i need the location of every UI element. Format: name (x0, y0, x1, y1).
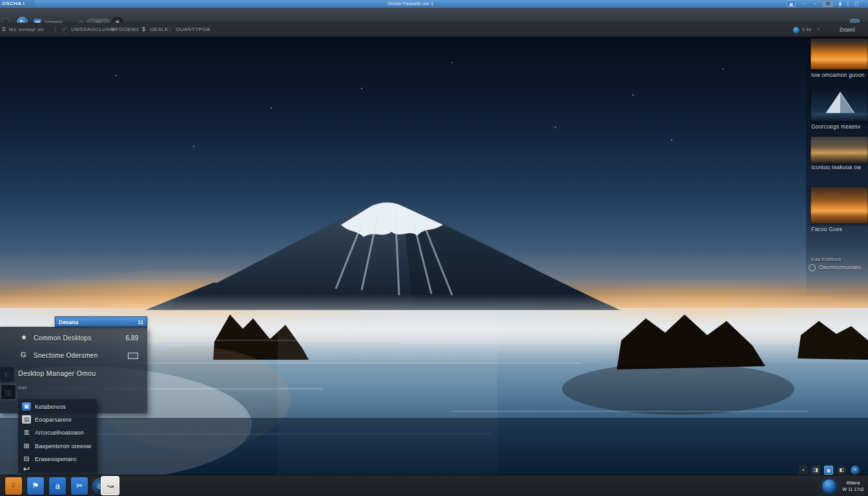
submenu-item[interactable]: ≣ Arcocuelnoatoaon (18, 427, 97, 439)
more-dots-icon[interactable]: ⁘ (800, 1, 807, 7)
signal-icon[interactable]: ⌁ (810, 1, 819, 7)
g-badge-icon: G (21, 351, 26, 358)
tray-app-icon[interactable]: ◨ (811, 466, 820, 475)
menu-item-label: Snectome Odersmen (34, 352, 98, 359)
return-arrow-icon: ↩ (22, 465, 31, 473)
checkbox-icon[interactable] (128, 353, 138, 359)
bookmark-dollar-icon[interactable]: $ (142, 26, 145, 32)
context-menu-item[interactable]: G Snectome Odersmen (0, 348, 147, 364)
window-title: OSCHA i (2, 1, 25, 6)
folder-icon: ▣ (22, 402, 31, 411)
desktop-screen: OSCHA i Gissbi Fassetti um 1 ▣ ⁘ ⌁ ▤ ▮ ❘… (0, 0, 868, 496)
submenu-item-label: Ketabereos (35, 404, 66, 410)
bookmark-s-icon[interactable]: S (2, 26, 6, 32)
menu-item-label: Det (18, 385, 26, 391)
bookmark-separator: | (54, 26, 56, 32)
menu-item-label: Common Desktops (34, 335, 92, 342)
wallpaper-thumbnail[interactable] (811, 136, 868, 163)
context-menu-item[interactable]: ★ Common Desktops 6.89 (0, 331, 147, 346)
taskbar-app-scissors[interactable]: ✂ (71, 477, 88, 495)
browser-toolbar: ↻ W Ictgpw 4+ ba ✳ ↑ (0, 8, 868, 23)
wallpaper-thumbnail[interactable] (811, 86, 868, 122)
battery-icon: ▮ (837, 1, 843, 7)
context-menu-item[interactable]: Desktop Manager Omou (0, 366, 147, 381)
submenu-item[interactable]: ▤ Eooparsarere (18, 414, 97, 426)
file-icon: ▤ (22, 415, 31, 424)
taskbar-app-cursor-active[interactable]: ↝ (101, 476, 119, 495)
star-icon: ★ (21, 333, 27, 342)
taskbar-clock[interactable]: 4Mana W 11 17o2 (840, 480, 867, 493)
clock-line1: 4Mana (840, 480, 867, 486)
submenu-item-label: Eraseoopenaro (35, 456, 76, 462)
context-menu-header[interactable]: Desana 11 (55, 316, 147, 327)
thumbnail-caption: Goorcoegs meassv (811, 123, 868, 130)
radio-icon[interactable] (809, 264, 816, 271)
bookmark-item[interactable]: MFGOEM1 (111, 26, 139, 32)
menu-item-shortcut: 6.89 (126, 335, 138, 342)
taskbar-app-document[interactable]: a (49, 477, 66, 495)
taskbar-app-flag[interactable]: ⚑ (27, 477, 44, 495)
submenu-item[interactable]: ⊞ Baepenteron oreeow (18, 440, 97, 453)
submenu-item-label: Arcocuelnoatoaon (35, 429, 84, 436)
pin-icon[interactable]: ▣ (787, 1, 796, 7)
tray-globe-button[interactable] (822, 479, 837, 494)
downloads-button[interactable]: Downl (840, 26, 855, 33)
keyboard-icon: ≣ (22, 428, 31, 437)
window-restore-icon[interactable]: ▤ (823, 1, 833, 7)
menu-header-title: Desana (59, 319, 78, 326)
title-bar: OSCHA i Gissbi Fassetti um 1 ▣ ⁘ ⌁ ▤ ▮ ❘… (0, 0, 868, 8)
thumbnail-caption: Oaomtonnuoveo (819, 264, 868, 271)
context-menu-item[interactable]: Det (0, 381, 147, 397)
mountain-shadow-shape (840, 93, 854, 114)
status-text: b 4a (802, 27, 811, 32)
chevron-left-icon[interactable]: ‹ (818, 26, 820, 32)
bookmark-item[interactable]: UMSSAGCLUNG (71, 26, 114, 32)
thumbnail-caption: Eaa trotlituus (811, 256, 868, 262)
context-submenu: ▣ Ketabereos ▤ Eooparsarere ≣ Arcocuelno… (18, 399, 97, 473)
tray-app-icon[interactable]: ◧ (837, 466, 846, 475)
thumbnail-caption: Facoo Goes (811, 226, 868, 232)
window-icon: ⊞ (22, 442, 31, 450)
water-shape (811, 113, 868, 121)
bookmark-separator: | (169, 26, 170, 32)
submenu-item-label: Eooparsarere (35, 417, 72, 423)
tray-app-icon[interactable]: ▪ (799, 466, 808, 475)
thumbnail-caption: Iow omoamon guoon (811, 72, 868, 78)
clock-line2: W 11 17o2 (840, 486, 867, 493)
submenu-item-label: Baepenteron oreeow (35, 443, 91, 450)
bookmark-globe-icon[interactable] (62, 27, 68, 34)
tray-icon: ⊟ (22, 455, 31, 463)
bookmarks-bar: S tec ounayr un | UMSSAGCLUNG MFGOEM1 $ … (0, 23, 868, 37)
taskbar: ⠿ ⚑ a ✂ ◍ ↝ (0, 475, 868, 496)
title-bar-center-text: Gissbi Fassetti um 1 (388, 1, 433, 6)
bookmark-item[interactable]: tec ounayr un (9, 26, 44, 32)
tray-app-icon-active[interactable]: ▣ (824, 466, 833, 475)
thumbnail-caption: Icontoo Ieakuoa ow (811, 164, 868, 170)
separator-icon: ❘ (846, 1, 850, 7)
sync-status-icon[interactable] (793, 27, 800, 34)
bookmark-item[interactable]: GESLE (150, 26, 169, 32)
menu-header-badge: 11 (138, 319, 143, 326)
tray-clock-icon[interactable]: ◔ (851, 466, 860, 475)
close-icon[interactable]: ▢ (852, 1, 860, 7)
wallpaper-thumbnail[interactable] (811, 187, 868, 224)
bookmark-item[interactable]: OUANTTPOA (176, 26, 210, 32)
menu-item-label: Desktop Manager Omou (18, 369, 96, 377)
submenu-item[interactable]: ▣ Ketabereos (18, 401, 97, 413)
wallpaper-thumbnail[interactable] (811, 39, 868, 70)
taskbar-app-orange[interactable]: ⠿ (5, 477, 22, 495)
wallpaper-sidebar: Iow omoamon guoon Goorcoegs meassv Icont… (806, 37, 868, 296)
